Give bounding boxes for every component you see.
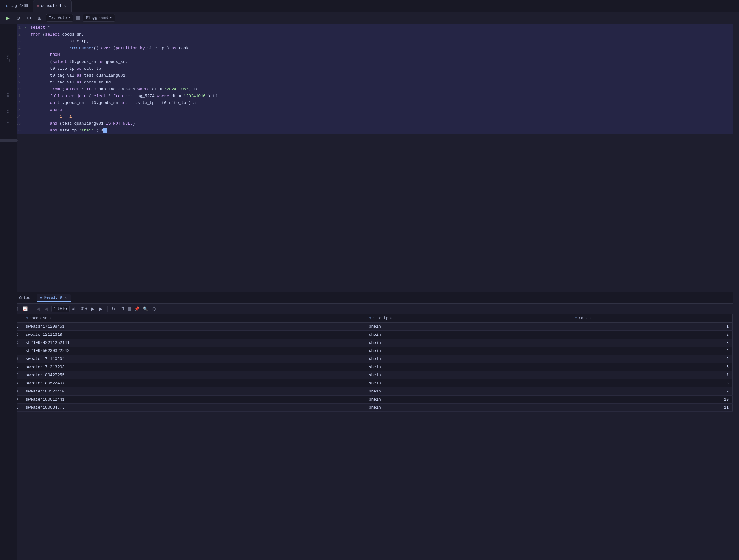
code-line-11[interactable]: 11 full outer join (select * from dmp.ta…: [9, 93, 733, 100]
table-row: 10sweater180612441shein10: [9, 396, 733, 404]
mini-stop-btn[interactable]: [128, 307, 132, 311]
code-line-16[interactable]: 16 and site_tp='shein') a: [9, 127, 733, 134]
table-row: 9sweater180522410shein9: [9, 387, 733, 396]
tab-console4[interactable]: ⌨ console_4 ✕: [33, 0, 71, 12]
history-button[interactable]: ⊙: [14, 14, 22, 22]
code-line-15[interactable]: 15 and (test_quanliang001 IS NOT NULL): [9, 120, 733, 127]
tx-dropdown[interactable]: Tx: Auto ▾: [46, 14, 73, 22]
settings-button[interactable]: ⚙: [25, 14, 33, 22]
site-tp-sort-icon[interactable]: ⇅: [390, 317, 392, 320]
rank-cell: 1: [571, 323, 732, 331]
grid-button[interactable]: ⊞: [35, 14, 44, 22]
code-line-13[interactable]: 13 where: [9, 107, 733, 114]
bottom-panel: ⊡ Output ⊞ Result 9 ✕ ⊞ 📈: [9, 292, 733, 560]
site-tp-type-icon: □: [369, 317, 371, 320]
code-line-2[interactable]: 2 from (select goods_sn,: [9, 31, 733, 38]
rank-sort-icon[interactable]: ⇅: [590, 317, 592, 320]
timestamp-btn[interactable]: ⏱: [119, 306, 126, 313]
goods-sn-cell: sweater180427255: [22, 371, 365, 379]
line-check-1: ✓: [24, 26, 29, 30]
prev-page-btn[interactable]: ◀: [43, 306, 49, 313]
site-tp-label: site_tp: [373, 316, 388, 321]
rank-cell: 10: [571, 396, 732, 404]
refresh-btn[interactable]: ↻: [110, 306, 117, 313]
tab-output-label: Output: [19, 296, 32, 300]
site-tp-cell: shein: [365, 371, 571, 379]
page-range-chevron: ▾: [65, 307, 67, 311]
code-line-6[interactable]: 6 (select t0.goods_sn as goods_sn,: [9, 58, 733, 65]
tab-result9[interactable]: ⊞ Result 9 ✕: [37, 294, 71, 302]
line-content-15: and (test_quanliang001 IS NOT NULL): [29, 120, 135, 127]
tab-result9-close[interactable]: ✕: [64, 296, 67, 300]
rank-cell: 6: [571, 363, 732, 371]
tab-bar: ⊞ tag_4366 ⌨ console_4 ✕: [0, 0, 739, 12]
results-table-container[interactable]: □ goods_sn ⇅ □ site_tp: [9, 314, 733, 560]
table-row: 8sweater180522407shein8: [9, 379, 733, 387]
last-page-btn[interactable]: ▶|: [98, 306, 105, 313]
line-content-2: from (select goods_sn,: [29, 31, 84, 38]
goods-sn-cell: sweater180522410: [22, 387, 365, 396]
code-line-4[interactable]: 4 row_number() over (partition by site_t…: [9, 45, 733, 52]
code-line-9[interactable]: 9 t1.tag_val as goods_sn_bd: [9, 79, 733, 86]
goods-sn-cell: sh2109250230322242: [22, 347, 365, 355]
first-page-btn[interactable]: |◀: [34, 306, 41, 313]
tab-tag4366[interactable]: ⊞ tag_4366: [2, 0, 32, 12]
line-content-1: select *: [29, 24, 50, 31]
playground-label: Playground: [86, 16, 109, 20]
tab-console4-label: console_4: [41, 4, 61, 8]
results-toolbar: ⊞ 📈 |◀ ◀ 1-500 ▾ of 501+ ▶ ▶| ↻: [9, 304, 733, 314]
table-row: 4sh2109250230322242shein4: [9, 347, 733, 355]
code-line-3[interactable]: 3 site_tp,: [9, 38, 733, 45]
tab-tag4366-label: tag_4366: [10, 4, 28, 8]
code-line-12[interactable]: 12 on t1.goods_sn = t0.goods_sn and t1.s…: [9, 100, 733, 107]
stop-button[interactable]: [76, 16, 80, 20]
rank-cell: 9: [571, 387, 732, 396]
code-editor[interactable]: 1 ✓ select * 2 from (select goods_sn, 3: [9, 24, 733, 292]
line-content-3: site_tp,: [29, 38, 89, 45]
site-tp-col-header[interactable]: □ site_tp ⇅: [365, 314, 571, 323]
left-status-cd: _cd: [7, 55, 10, 62]
line-content-12: on t1.goods_sn = t0.goods_sn and t1.site…: [29, 100, 196, 107]
next-page-btn[interactable]: ▶: [90, 306, 96, 313]
left-status-ns: ns: [7, 93, 10, 97]
goods-sn-sort-icon[interactable]: ⇅: [49, 317, 51, 320]
chart-view-btn[interactable]: 📈: [22, 306, 29, 313]
pin-btn[interactable]: 📌: [133, 306, 140, 313]
line-content-8: t0.tag_val as test_quanliang001,: [29, 72, 128, 79]
playground-button[interactable]: Playground ▾: [83, 14, 115, 22]
goods-sn-cell: sweater171110204: [22, 355, 365, 363]
editor-area: 1 ✓ select * 2 from (select goods_sn, 3: [9, 24, 733, 560]
export-btn[interactable]: ⬡: [151, 306, 158, 313]
code-line-7[interactable]: 7 t0.site_tp as site_tp,: [9, 65, 733, 72]
search-btn[interactable]: 🔍: [142, 306, 149, 313]
tx-label: Tx: Auto: [49, 16, 67, 20]
run-button[interactable]: ▶: [4, 14, 12, 22]
table-icon: ⊞: [40, 295, 42, 300]
site-tp-cell: shein: [365, 339, 571, 347]
code-line-5[interactable]: 5 FROM: [9, 52, 733, 58]
code-line-8[interactable]: 8 t0.tag_val as test_quanliang001,: [9, 72, 733, 79]
table-row: 2sweater12111318shein2: [9, 331, 733, 339]
table-row: 7sweater180427255shein7: [9, 371, 733, 379]
site-tp-cell: shein: [365, 331, 571, 339]
rank-col-header[interactable]: □ rank ⇅: [571, 314, 732, 323]
line-content-14: 1 = 1: [29, 114, 72, 120]
code-line-1[interactable]: 1 ✓ select *: [9, 24, 733, 31]
line-content-7: t0.site_tp as site_tp,: [29, 65, 104, 72]
site-tp-cell: shein: [365, 323, 571, 331]
playground-chevron-icon: ▾: [110, 16, 112, 20]
table-header-row: □ goods_sn ⇅ □ site_tp: [9, 314, 733, 323]
chevron-down-icon: ▾: [68, 16, 70, 20]
code-lines: 1 ✓ select * 2 from (select goods_sn, 3: [9, 24, 733, 134]
code-line-14[interactable]: 14 1 = 1: [9, 114, 733, 120]
goods-sn-col-header[interactable]: □ goods_sn ⇅: [22, 314, 365, 323]
panel-tabs: ⊡ Output ⊞ Result 9 ✕: [9, 293, 733, 304]
code-line-10[interactable]: 10 from (select * from dmp.tag_2003095 w…: [9, 86, 733, 93]
tab-console4-close[interactable]: ✕: [63, 3, 68, 9]
line-content-16: and site_tp='shein') a: [29, 127, 107, 134]
right-gutter: [733, 24, 739, 560]
page-range-dropdown[interactable]: 1-500 ▾: [51, 306, 70, 312]
goods-sn-cell: sh2109242211252141: [22, 339, 365, 347]
line-content-11: full outer join (select * from dmp.tag_5…: [29, 93, 218, 100]
total-label: of 501+: [71, 307, 87, 311]
